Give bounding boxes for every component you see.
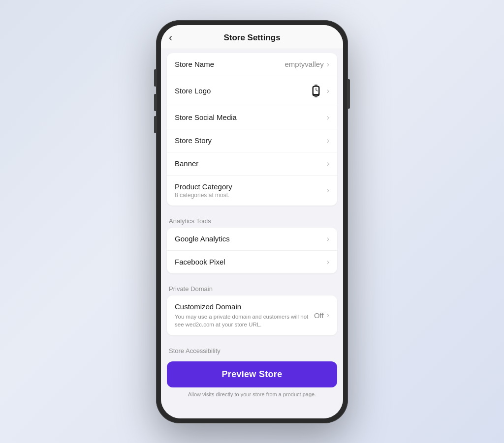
product-category-sub: 8 categories at most. [175, 192, 327, 199]
google-analytics-row[interactable]: Google Analytics › [167, 228, 337, 251]
settings-scroll-area[interactable]: Store Name emptyvalley › Store Logo [161, 49, 343, 418]
customized-domain-label: Customized Domain [175, 302, 314, 311]
chevron-icon: › [327, 258, 329, 266]
banner-label: Banner [175, 159, 327, 168]
product-category-row[interactable]: Product Category 8 categories at most. › [167, 176, 337, 206]
facebook-pixel-row[interactable]: Facebook Pixel › [167, 251, 337, 273]
page-header: ‹ Store Settings [161, 25, 343, 49]
page-title: Store Settings [223, 33, 280, 43]
watch-icon [308, 83, 324, 99]
banner-row[interactable]: Banner › [167, 152, 337, 176]
store-social-media-row[interactable]: Store Social Media › [167, 106, 337, 129]
google-analytics-label: Google Analytics [175, 235, 327, 243]
svg-rect-3 [315, 95, 317, 97]
phone-screen: ‹ Store Settings Store Name emptyvalley … [161, 25, 343, 418]
chevron-icon: › [327, 136, 329, 145]
store-logo-label: Store Logo [175, 87, 308, 95]
store-name-label: Store Name [175, 60, 284, 68]
customized-domain-value: Off [314, 311, 324, 320]
private-domain-group: Customized Domain You may use a private … [167, 295, 337, 335]
store-social-media-label: Store Social Media [175, 113, 327, 121]
product-category-label: Product Category [175, 182, 327, 191]
chevron-icon: › [327, 235, 329, 243]
back-button[interactable]: ‹ [169, 32, 172, 43]
svg-rect-2 [315, 85, 317, 87]
store-story-label: Store Story [175, 136, 327, 145]
screen-content: ‹ Store Settings Store Name emptyvalley … [161, 25, 343, 418]
chevron-icon: › [327, 186, 329, 195]
chevron-icon: › [327, 87, 329, 95]
basic-settings-group: Store Name emptyvalley › Store Logo [167, 53, 337, 206]
customized-domain-content: Customized Domain You may use a private … [175, 302, 314, 328]
accessibility-note: Allow visits directly to your store from… [161, 389, 343, 403]
chevron-icon: › [327, 60, 329, 69]
store-story-row[interactable]: Store Story › [167, 129, 337, 152]
store-logo-row[interactable]: Store Logo › [167, 76, 337, 106]
analytics-section-label: Analytics Tools [161, 210, 343, 228]
private-domain-section-label: Private Domain [161, 278, 343, 295]
preview-store-button[interactable]: Preview Store [167, 361, 337, 387]
phone-frame: ‹ Store Settings Store Name emptyvalley … [156, 20, 348, 423]
analytics-group: Google Analytics › Facebook Pixel › [167, 228, 337, 273]
facebook-pixel-label: Facebook Pixel [175, 258, 327, 266]
chevron-icon: › [327, 311, 329, 320]
chevron-icon: › [327, 159, 329, 168]
chevron-icon: › [327, 113, 329, 122]
store-name-value: emptyvalley [284, 60, 323, 68]
accessibility-section-label: Store Accessibility [161, 340, 343, 357]
customized-domain-row[interactable]: Customized Domain You may use a private … [167, 295, 337, 335]
product-category-content: Product Category 8 categories at most. [175, 182, 327, 199]
store-name-row[interactable]: Store Name emptyvalley › [167, 53, 337, 76]
customized-domain-note: You may use a private domain and custome… [175, 311, 314, 328]
